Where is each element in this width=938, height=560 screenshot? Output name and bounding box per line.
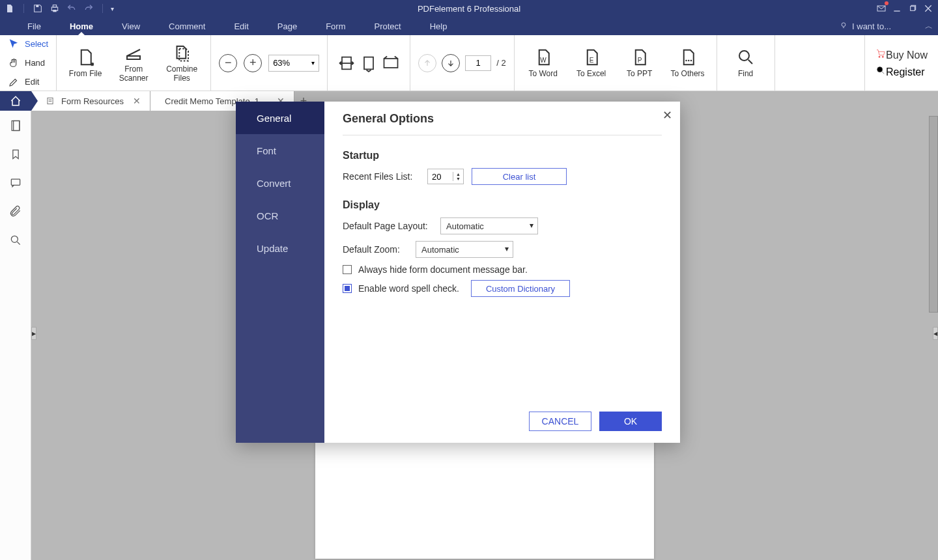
recent-files-spinner[interactable]: ▲▼ — [427, 169, 464, 184]
clear-list-button[interactable]: Clear list — [472, 168, 567, 185]
svg-text:P: P — [637, 56, 642, 63]
tab-label: Form Resources — [61, 96, 124, 106]
spinner-up-icon[interactable]: ▲ — [456, 172, 461, 176]
dialog-nav-general[interactable]: General — [236, 102, 324, 134]
to-others-button[interactable]: To Others — [667, 48, 709, 78]
doc-tab[interactable]: Form Resources ✕ — [31, 91, 150, 111]
panel-handle-left[interactable]: ▶ — [31, 327, 36, 340]
combine-files-button[interactable]: Combine Files — [161, 43, 203, 82]
menu-file[interactable]: File — [13, 17, 55, 35]
dialog-nav-convert[interactable]: Convert — [236, 167, 324, 199]
options-dialog: General Font Convert OCR Update ✕ Genera… — [236, 102, 680, 443]
svg-rect-25 — [13, 121, 19, 131]
buy-now-button[interactable]: Buy Now — [875, 48, 928, 61]
next-page-button[interactable] — [442, 54, 460, 72]
ok-button[interactable]: OK — [599, 412, 662, 431]
custom-dictionary-button[interactable]: Custom Dictionary — [471, 280, 570, 297]
svg-rect-3 — [53, 10, 56, 12]
edit-tool[interactable]: Edit — [8, 74, 39, 91]
svg-point-27 — [11, 236, 18, 242]
default-zoom-select[interactable]: Automatic — [416, 241, 513, 258]
svg-point-17 — [739, 51, 749, 61]
cancel-button[interactable]: CANCEL — [529, 412, 591, 431]
default-zoom-label: Default Zoom: — [343, 244, 408, 255]
attachments-panel-icon[interactable] — [8, 204, 23, 219]
iwantto-text[interactable]: I want to... — [852, 21, 891, 31]
undo-icon[interactable] — [66, 3, 78, 14]
to-word-button[interactable]: WTo Word — [522, 48, 564, 78]
restore-icon[interactable] — [907, 3, 918, 14]
svg-rect-24 — [12, 121, 20, 131]
menu-form[interactable]: Form — [311, 17, 360, 35]
menu-comment[interactable]: Comment — [154, 17, 220, 35]
print-icon[interactable] — [49, 3, 61, 14]
scrollbar-vertical[interactable] — [929, 116, 938, 313]
menu-page[interactable]: Page — [263, 17, 311, 35]
svg-point-20 — [877, 66, 883, 72]
comments-panel-icon[interactable] — [8, 176, 23, 190]
dialog-title: General Options — [343, 112, 662, 126]
divider — [343, 135, 662, 135]
svg-rect-21 — [48, 98, 53, 104]
fit-page-button[interactable] — [358, 52, 380, 74]
to-ppt-button[interactable]: PTo PPT — [619, 48, 661, 78]
page-number-input[interactable] — [465, 55, 491, 71]
tab-close-icon[interactable]: ✕ — [130, 96, 143, 106]
svg-rect-10 — [384, 59, 398, 68]
svg-text:W: W — [540, 56, 547, 63]
dialog-nav-ocr[interactable]: OCR — [236, 199, 324, 232]
spinner-down-icon[interactable]: ▼ — [456, 176, 461, 181]
dialog-nav-font[interactable]: Font — [236, 134, 324, 167]
save-icon[interactable] — [32, 3, 44, 14]
window-title: PDFelement 6 Professional — [418, 4, 520, 14]
actual-size-button[interactable] — [380, 52, 402, 74]
divider — [102, 4, 103, 13]
zoom-out-button[interactable]: − — [219, 54, 237, 72]
from-file-button[interactable]: From File — [64, 43, 106, 82]
dialog-close-icon[interactable]: ✕ — [662, 108, 672, 122]
svg-rect-26 — [11, 179, 20, 185]
search-panel-icon[interactable] — [8, 233, 23, 247]
svg-text:E: E — [589, 56, 593, 63]
spellcheck-checkbox[interactable]: Enable word spell check. Custom Dictiona… — [343, 280, 662, 297]
collapse-ribbon-icon[interactable]: ︿ — [925, 21, 933, 32]
close-icon[interactable] — [922, 3, 934, 14]
recent-files-input[interactable] — [428, 172, 453, 182]
checkbox-label: Always hide form document message bar. — [358, 264, 528, 275]
hide-msgbar-checkbox[interactable]: Always hide form document message bar. — [343, 264, 662, 275]
qat-customize-icon[interactable]: ▾ — [111, 5, 114, 12]
menu-protect[interactable]: Protect — [360, 17, 416, 35]
page-total: / 2 — [496, 58, 505, 68]
hand-tool[interactable]: Hand — [8, 55, 45, 72]
section-display: Display — [343, 199, 662, 211]
dialog-nav: General Font Convert OCR Update — [236, 102, 324, 443]
menu-edit[interactable]: Edit — [220, 17, 263, 35]
bookmarks-panel-icon[interactable] — [8, 147, 23, 161]
register-button[interactable]: Register — [875, 65, 928, 78]
find-button[interactable]: Find — [725, 48, 767, 78]
minimize-icon[interactable] — [891, 3, 903, 14]
svg-point-18 — [879, 56, 880, 57]
mail-icon[interactable] — [875, 3, 887, 14]
zoom-combo[interactable]: 63%▾ — [268, 55, 319, 72]
panel-handle-right[interactable]: ◀ — [933, 327, 938, 340]
page-layout-select[interactable]: Automatic — [440, 217, 538, 234]
menu-help[interactable]: Help — [416, 17, 462, 35]
menu-view[interactable]: View — [107, 17, 154, 35]
app-logo-icon — [4, 3, 16, 14]
thumbnails-panel-icon[interactable] — [8, 119, 23, 133]
prev-page-button[interactable] — [418, 54, 436, 72]
svg-rect-2 — [53, 5, 56, 7]
menu-home[interactable]: Home — [55, 17, 107, 35]
zoom-in-button[interactable]: + — [244, 54, 262, 72]
divider — [23, 4, 24, 13]
redo-icon[interactable] — [83, 3, 94, 14]
svg-rect-6 — [911, 7, 915, 11]
fit-width-button[interactable] — [335, 52, 358, 74]
from-scanner-button[interactable]: From Scanner — [113, 43, 154, 82]
dialog-nav-update[interactable]: Update — [236, 232, 324, 264]
select-tool[interactable]: Select — [8, 36, 48, 53]
title-bar: ▾ PDFelement 6 Professional — [0, 0, 938, 17]
tab-home[interactable] — [0, 91, 31, 111]
to-excel-button[interactable]: ETo Excel — [571, 48, 612, 78]
